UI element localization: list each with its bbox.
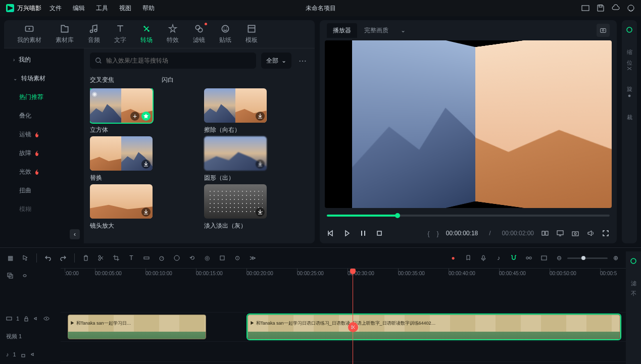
camera-button[interactable]	[571, 229, 579, 237]
mic-button[interactable]	[479, 254, 487, 262]
clip-2[interactable]: ▶ 和Tanaka san一起学习日语口语练习_日语数读_日语上听数字_日语听读…	[248, 315, 620, 339]
sidebar-item-dissolve[interactable]: 叠化	[4, 107, 84, 125]
download-icon[interactable]	[141, 207, 151, 217]
cloud-icon[interactable]	[612, 4, 620, 12]
cursor-icon[interactable]	[21, 254, 29, 262]
lock-icon[interactable]	[20, 351, 26, 357]
favorite-icon[interactable]	[141, 112, 151, 121]
quality-dropdown[interactable]: 完整画质⌄	[364, 26, 406, 35]
sidebar-group-my[interactable]: ›我的	[4, 50, 84, 69]
tab-filter[interactable]: 滤镜	[188, 24, 210, 44]
more-button[interactable]: ⋯	[297, 56, 309, 66]
tool-button-2[interactable]: ◎	[203, 254, 211, 262]
audio-button[interactable]: ♪	[495, 254, 503, 262]
volume-button[interactable]	[586, 229, 595, 237]
player-tab[interactable]: 播放器	[327, 23, 357, 38]
eye-icon[interactable]	[43, 316, 50, 322]
tool-button-3[interactable]	[218, 254, 226, 262]
tab-audio[interactable]: 音频	[83, 24, 105, 44]
download-icon[interactable]	[256, 207, 265, 217]
speaker-icon[interactable]	[30, 351, 36, 357]
link-button[interactable]	[525, 254, 533, 262]
sidebar-group-transitions[interactable]: ⌄转场素材	[4, 69, 84, 88]
transition-card-wipe-right[interactable]: 擦除（向右）	[204, 88, 309, 134]
link-toggle[interactable]	[20, 272, 28, 280]
speaker-icon[interactable]	[33, 316, 39, 322]
tool-button-4[interactable]: ⊙	[233, 254, 241, 262]
tool-button-1[interactable]: ⟲	[188, 254, 196, 262]
support-icon[interactable]	[627, 4, 635, 12]
transition-card-fade-gray[interactable]: 淡入淡出（灰）	[204, 184, 309, 230]
redo-button[interactable]	[59, 254, 67, 262]
sidebar-item-light[interactable]: 光效	[4, 163, 84, 181]
download-icon[interactable]	[256, 160, 265, 169]
sidebar-item-blur[interactable]: 模糊	[4, 200, 84, 219]
mark-out-button[interactable]: }	[437, 230, 439, 237]
audio-track-row[interactable]	[61, 342, 641, 362]
timeline-ruler[interactable]: :00:00 00:00:05:00 00:00:10:00 00:00:15:…	[0, 268, 641, 283]
tab-stock[interactable]: 素材库	[51, 24, 79, 44]
transition-card-zoom[interactable]: 镜头放大	[90, 184, 195, 230]
tab-template[interactable]: 模板	[240, 24, 263, 44]
menu-help[interactable]: 帮助	[142, 4, 155, 13]
preview-viewport[interactable]	[325, 40, 612, 208]
zoom-slider[interactable]	[567, 257, 608, 259]
zoom-out-button[interactable]: ⊖	[555, 254, 563, 262]
menu-tools[interactable]: 工具	[96, 4, 108, 13]
record-button[interactable]: ●	[449, 254, 457, 262]
prev-frame-button[interactable]	[327, 229, 335, 237]
pause-button[interactable]	[359, 229, 367, 237]
sidebar-item-glitch[interactable]: 故障	[4, 144, 84, 163]
add-button[interactable]: +	[130, 112, 139, 121]
menu-edit[interactable]: 编辑	[73, 4, 85, 13]
play-button[interactable]	[343, 229, 351, 237]
tab-transition[interactable]: 转场	[135, 24, 158, 44]
display-button[interactable]	[556, 229, 564, 237]
rail-item-x[interactable]: X	[626, 67, 632, 70]
playhead[interactable]	[353, 269, 353, 364]
save-icon[interactable]	[597, 4, 605, 12]
video-track-row[interactable]: ▶ 和Tanaka san一起学习日… ▶ 和Tanaka san一起学习日语口…	[61, 313, 641, 342]
lock-icon[interactable]	[23, 316, 29, 322]
rail2-active[interactable]	[630, 257, 637, 265]
sidebar-item-camera[interactable]: 运镜	[4, 125, 84, 144]
download-icon[interactable]	[141, 160, 151, 169]
fullscreen-button[interactable]	[602, 229, 610, 237]
delete-button[interactable]	[82, 254, 90, 262]
transition-card-cube[interactable]: ◉ + 立方体	[90, 88, 195, 134]
marker-button[interactable]	[464, 254, 472, 262]
tool-button-5[interactable]: ≫	[249, 254, 257, 262]
menu-view[interactable]: 视图	[119, 4, 131, 13]
sidebar-item-popular[interactable]: 热门推荐	[4, 88, 84, 107]
frame-button[interactable]	[540, 254, 548, 262]
mark-in-button[interactable]: {	[427, 230, 429, 237]
tab-my-media[interactable]: 我的素材	[12, 24, 46, 44]
rail-item-toggle[interactable]: ●	[626, 92, 632, 98]
filter-dropdown[interactable]: 全部⌄	[261, 53, 291, 69]
track-area[interactable]: ▶ 和Tanaka san一起学习日… ▶ 和Tanaka san一起学习日语口…	[61, 283, 641, 363]
magnet-button[interactable]	[510, 254, 518, 262]
rail-item-active[interactable]	[626, 26, 633, 33]
layout-icon[interactable]	[581, 4, 589, 12]
tab-text[interactable]: 文字	[109, 24, 131, 44]
text-tool-button[interactable]: T	[127, 254, 135, 262]
compare-button[interactable]	[541, 229, 549, 237]
copy-button[interactable]	[6, 272, 14, 280]
speed-button[interactable]	[158, 254, 166, 262]
crop-button[interactable]	[112, 254, 120, 262]
transition-card-circle-out[interactable]: 圆形（出）	[204, 136, 309, 182]
collapse-sidebar-button[interactable]: ‹	[70, 229, 80, 239]
split-button[interactable]	[97, 254, 105, 262]
transition-marker[interactable]	[348, 322, 358, 332]
tab-sticker[interactable]: 贴纸	[214, 24, 236, 44]
color-button[interactable]	[173, 254, 181, 262]
snapshot-button[interactable]	[597, 24, 610, 37]
zoom-in-button[interactable]: ⊕	[612, 254, 620, 262]
progress-slider[interactable]	[327, 215, 610, 217]
clip-1[interactable]: ▶ 和Tanaka san一起学习日…	[68, 315, 206, 339]
undo-button[interactable]	[44, 254, 52, 262]
stop-button[interactable]	[375, 229, 383, 237]
transition-card-replace[interactable]: 替换	[90, 136, 195, 182]
search-input[interactable]	[106, 57, 251, 64]
grid-icon[interactable]: ▦	[6, 254, 14, 262]
